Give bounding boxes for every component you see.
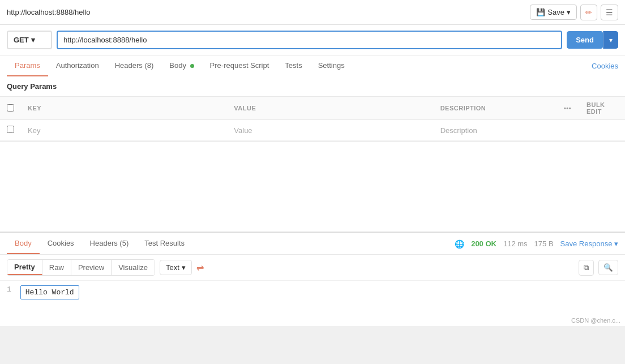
table-row: Key Value Description [0, 120, 625, 141]
save-label: Save [547, 8, 564, 16]
body-dot [190, 64, 194, 68]
resp-tab-headers[interactable]: Headers (5) [82, 233, 137, 254]
status-time: 112 ms [503, 239, 528, 248]
th-more: ••• [557, 97, 580, 120]
save-button[interactable]: 💾 Save ▾ [530, 5, 577, 20]
request-tabs: Params Authorization Headers (8) Body Pr… [0, 55, 625, 76]
send-btn-wrap: Send ▾ [567, 31, 618, 49]
send-button[interactable]: Send [567, 31, 603, 49]
th-bulk-edit: Bulk Edit [580, 97, 625, 120]
status-size: 175 B [534, 239, 554, 248]
th-value: VALUE [227, 97, 433, 120]
bulk-edit-cell [580, 120, 625, 141]
key-cell[interactable]: Key [21, 120, 227, 141]
save-icon: 💾 [536, 8, 545, 16]
response-body: 1 Hello World [0, 281, 625, 315]
cookies-link[interactable]: Cookies [592, 56, 618, 76]
row-checkbox-cell [0, 120, 21, 141]
send-chevron-button[interactable]: ▾ [603, 31, 618, 49]
tab-pre-request[interactable]: Pre-request Script [202, 55, 277, 76]
th-key: KEY [21, 97, 227, 120]
url-bar: GET ▾ Send ▾ [0, 25, 625, 55]
format-bar: Pretty Raw Preview Visualize Text ▾ ⇌ ⧉ … [0, 255, 625, 281]
top-bar-url: http://localhost:8888/hello [7, 8, 90, 16]
save-response-button[interactable]: Save Response ▾ [560, 239, 618, 248]
save-chevron-icon: ▾ [567, 8, 571, 16]
url-input[interactable] [57, 31, 562, 49]
response-text-box: Hello World [20, 285, 79, 299]
resp-tab-cookies[interactable]: Cookies [40, 233, 82, 254]
text-chevron-icon: ▾ [182, 263, 186, 272]
fmt-tab-pretty[interactable]: Pretty [7, 260, 42, 275]
copy-button[interactable]: ⧉ [579, 260, 594, 276]
search-response-button[interactable]: 🔍 [598, 260, 618, 275]
resp-tab-test-results[interactable]: Test Results [136, 233, 192, 254]
status-ok: 200 OK [471, 239, 496, 248]
empty-area [0, 142, 625, 232]
resp-tab-body[interactable]: Body [7, 233, 40, 254]
value-cell[interactable]: Value [227, 120, 433, 141]
save-response-chevron-icon: ▾ [614, 239, 618, 248]
method-select[interactable]: GET ▾ [7, 31, 52, 49]
select-all-checkbox[interactable] [7, 104, 14, 112]
th-checkbox [0, 97, 21, 120]
edit-button[interactable]: ✏ [580, 5, 597, 20]
response-tabs: Body Cookies Headers (5) Test Results 🌐 … [0, 233, 625, 255]
fmt-tab-visualize[interactable]: Visualize [112, 260, 155, 275]
th-description: DESCRIPTION [434, 97, 557, 120]
send-label: Send [576, 36, 594, 44]
format-tabs: Pretty Raw Preview Visualize [7, 259, 155, 276]
more-cell [557, 120, 580, 141]
response-status-bar: 🌐 200 OK 112 ms 175 B Save Response ▾ [455, 239, 618, 249]
params-table: KEY VALUE DESCRIPTION ••• Bulk Edit Key … [0, 96, 625, 141]
message-button[interactable]: ☰ [601, 5, 618, 20]
row-checkbox[interactable] [7, 126, 14, 133]
query-params-section: Query Params KEY VALUE DESCRIPTION ••• B… [0, 76, 625, 141]
fmt-tab-raw[interactable]: Raw [42, 260, 71, 275]
tab-settings[interactable]: Settings [310, 55, 353, 76]
tab-body[interactable]: Body [161, 55, 202, 76]
response-section: Body Cookies Headers (5) Test Results 🌐 … [0, 232, 625, 326]
save-response-label: Save Response [560, 239, 613, 248]
tab-headers[interactable]: Headers (8) [107, 55, 162, 76]
fmt-tab-preview[interactable]: Preview [71, 260, 112, 275]
tab-authorization[interactable]: Authorization [48, 55, 107, 76]
top-bar-actions: 💾 Save ▾ ✏ ☰ [530, 5, 618, 20]
query-params-title: Query Params [0, 76, 625, 96]
method-label: GET [14, 36, 29, 44]
tab-tests[interactable]: Tests [277, 55, 310, 76]
tab-params[interactable]: Params [7, 55, 48, 76]
response-content: 1 Hello World [7, 285, 618, 299]
desc-cell[interactable]: Description [434, 120, 557, 141]
globe-icon: 🌐 [455, 239, 464, 249]
text-type-label: Text [166, 263, 179, 272]
text-type-dropdown[interactable]: Text ▾ [160, 260, 192, 275]
request-section: GET ▾ Send ▾ Params Authorization Header… [0, 25, 625, 142]
method-chevron-icon: ▾ [31, 36, 35, 44]
line-number: 1 [7, 285, 11, 294]
watermark: CSDN @chen.c... [0, 315, 625, 326]
response-text: Hello World [25, 288, 74, 297]
top-bar: http://localhost:8888/hello 💾 Save ▾ ✏ ☰ [0, 0, 625, 25]
filter-icon[interactable]: ⇌ [196, 262, 204, 273]
